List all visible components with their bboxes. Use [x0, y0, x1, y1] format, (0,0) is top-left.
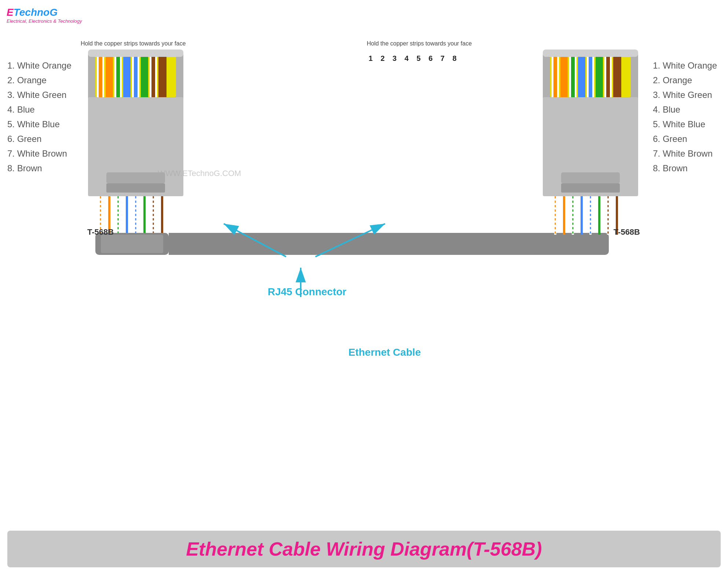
svg-rect-9 — [134, 53, 138, 97]
svg-rect-41 — [571, 53, 575, 97]
logo-technog: TechnoG — [14, 7, 58, 18]
svg-rect-12 — [151, 53, 155, 97]
svg-rect-48 — [613, 53, 621, 97]
svg-rect-65 — [106, 183, 165, 193]
svg-rect-39 — [560, 53, 568, 97]
svg-rect-7 — [123, 53, 131, 97]
footer: Ethernet Cable Wiring Diagram(T-568B) — [7, 531, 721, 567]
watermark: WWW.ETechnoG.COM — [158, 169, 241, 178]
svg-rect-29 — [101, 235, 163, 253]
svg-rect-67 — [561, 183, 620, 193]
svg-rect-6 — [116, 53, 120, 97]
wiring-diagram — [59, 29, 667, 359]
svg-rect-4 — [106, 53, 113, 97]
svg-rect-13 — [158, 53, 167, 97]
label-rj45: RJ45 Connector — [268, 286, 347, 298]
svg-rect-64 — [106, 172, 165, 183]
svg-rect-42 — [578, 53, 585, 97]
svg-rect-38 — [553, 53, 557, 97]
svg-rect-47 — [606, 53, 610, 97]
label-ethernet: Ethernet Cable — [348, 347, 421, 358]
svg-rect-45 — [596, 53, 603, 97]
logo-e: E — [7, 7, 14, 18]
logo-subtitle: Electrical, Electronics & Technology — [7, 18, 82, 24]
label-t568b-left: T-568B — [87, 227, 114, 237]
svg-rect-10 — [141, 53, 148, 97]
svg-rect-44 — [589, 53, 592, 97]
svg-rect-49 — [543, 50, 638, 57]
logo: ETechnoG Electrical, Electronics & Techn… — [7, 7, 82, 24]
svg-rect-30 — [169, 233, 557, 255]
svg-rect-31 — [535, 233, 609, 255]
footer-title: Ethernet Cable Wiring Diagram(T-568B) — [186, 538, 542, 560]
label-t568b-right: T-568B — [614, 227, 640, 237]
svg-rect-3 — [99, 53, 102, 97]
svg-rect-15 — [88, 50, 183, 57]
svg-rect-66 — [561, 172, 620, 183]
